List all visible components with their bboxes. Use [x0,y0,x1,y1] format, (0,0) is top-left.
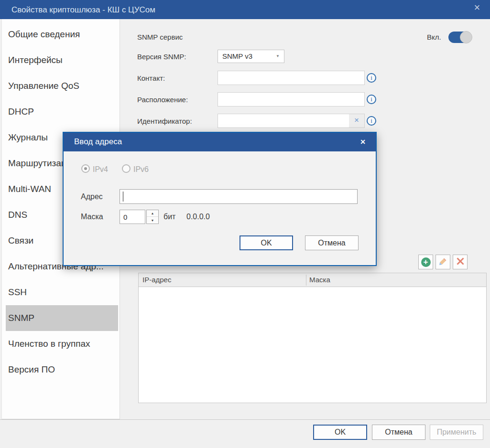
sidebar-item-software-version[interactable]: Версия ПО [2,357,120,383]
ipv4-radio[interactable] [81,164,90,173]
delete-address-button[interactable] [453,255,468,269]
window-title: Свойства криптошлюза - КШ с ЦУСом [11,5,155,15]
identifier-field[interactable] [218,114,365,128]
clear-icon[interactable]: × [349,114,364,128]
mask-unit-label: бит [163,213,175,221]
address-label: Адрес [81,192,103,201]
mask-preview-value: 0.0.0.0 [186,213,210,221]
modal-ok-button[interactable]: OK [240,235,293,250]
contact-field[interactable] [218,71,365,85]
spinner-up-icon[interactable]: ▲ [147,210,158,217]
snmp-enabled-toggle[interactable] [448,32,471,43]
close-icon[interactable]: × [470,1,484,15]
edit-address-button[interactable] [436,255,450,269]
sidebar-item-dhcp[interactable]: DHCP [2,99,120,125]
column-header-ip[interactable]: IP-адрес [142,276,171,284]
toggle-knob-icon [460,31,472,43]
identifier-label: Идентификатор: [137,117,192,125]
pencil-icon [439,257,447,267]
info-icon[interactable]: i [367,116,376,126]
sidebar-item-group-membership[interactable]: Членство в группах [2,331,120,357]
mask-label: Маска [81,213,103,221]
chevron-down-icon: ▼ [276,50,280,63]
snmp-service-label: SNMP сервис [137,33,183,41]
modal-title-bar: Ввод адреса ✕ [64,133,376,151]
radio-dot-icon [84,167,87,170]
modal-close-icon[interactable]: ✕ [357,136,369,148]
title-bar: Свойства криптошлюза - КШ с ЦУСом × [0,0,490,19]
ipv4-radio-label: IPv4 [93,165,108,174]
location-label: Расположение: [137,96,188,104]
properties-dialog: Свойства криптошлюза - КШ с ЦУСом × Общи… [0,0,490,448]
ipv6-radio[interactable] [122,164,131,173]
sidebar-item-snmp[interactable]: SNMP [6,305,118,331]
add-address-button[interactable]: + [418,255,433,269]
snmp-version-label: Версия SNMP: [137,53,186,61]
sidebar-item-general[interactable]: Общие сведения [2,21,120,47]
column-separator[interactable] [306,275,306,286]
snmp-managers-table[interactable]: IP-адрес Маска [138,273,487,403]
footer-divider [0,419,490,420]
info-icon[interactable]: i [367,95,376,104]
ok-button[interactable]: OK [313,425,367,440]
toggle-label: Вкл. [427,33,441,41]
snmp-version-select[interactable]: SNMP v3 ▼ [218,50,284,63]
add-icon: + [421,257,431,267]
info-icon[interactable]: i [367,73,376,83]
contact-label: Контакт: [137,74,165,82]
address-input[interactable] [120,189,358,204]
mask-input[interactable] [120,210,145,224]
modal-title: Ввод адреса [74,137,122,147]
sidebar-item-qos[interactable]: Управление QoS [2,73,120,99]
address-input-modal: Ввод адреса ✕ IPv4 IPv6 Адрес Маска ▲ ▼ … [63,132,377,266]
column-header-mask[interactable]: Маска [309,276,330,284]
snmp-version-value: SNMP v3 [222,52,252,60]
location-field[interactable] [218,92,365,107]
apply-button: Применить [430,425,483,440]
sidebar-item-ssh[interactable]: SSH [2,279,120,305]
cancel-button[interactable]: Отмена [372,425,425,440]
mask-stepper: ▲ ▼ [146,210,159,224]
text-caret [123,192,123,202]
ipv6-radio-label: IPv6 [133,165,149,174]
table-header: IP-адрес Маска [139,273,486,287]
modal-cancel-button[interactable]: Отмена [305,235,359,250]
sidebar-item-interfaces[interactable]: Интерфейсы [2,47,120,73]
delete-x-icon [456,257,465,267]
spinner-down-icon[interactable]: ▼ [147,217,158,224]
